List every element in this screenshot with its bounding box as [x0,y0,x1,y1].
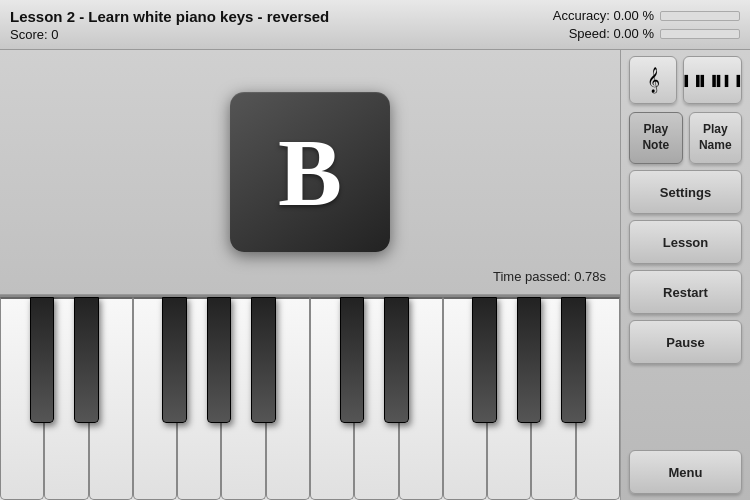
menu-button[interactable]: Menu [629,450,742,494]
pause-button[interactable]: Pause [629,320,742,364]
black-key-cs[interactable] [30,297,55,423]
black-key-ds2[interactable] [384,297,409,423]
time-passed-label: Time passed: [493,269,574,284]
play-name-button[interactable]: PlayName [689,112,743,164]
treble-clef-icon: 𝄞 [647,67,660,93]
black-key-ds[interactable] [74,297,99,423]
speed-row: Speed: 0.00 % [544,26,740,41]
accuracy-row: Accuracy: 0.00 % [544,8,740,23]
lesson-label: Lesson [663,235,709,250]
accuracy-label: Accuracy: 0.00 % [544,8,654,23]
restart-button[interactable]: Restart [629,270,742,314]
note-card: B [230,92,390,252]
left-panel: B Time passed: 0.78s [0,50,620,500]
restart-label: Restart [663,285,708,300]
pause-label: Pause [666,335,704,350]
black-key-as[interactable] [251,297,276,423]
barcode-icon: ▌▐▌▐▌▌▐ [684,75,741,86]
accuracy-bar [660,11,740,21]
header-stats: Accuracy: 0.00 % Speed: 0.00 % [544,8,740,41]
lesson-button[interactable]: Lesson [629,220,742,264]
right-panel: 𝄞 ▌▐▌▐▌▌▐ PlayNote PlayName Settings Les… [620,50,750,500]
settings-button[interactable]: Settings [629,170,742,214]
piano-keys[interactable] [0,297,620,500]
spacer [629,370,742,444]
play-buttons-row: PlayNote PlayName [629,112,742,164]
speed-label: Speed: 0.00 % [544,26,654,41]
time-value: 0.78 [574,269,599,284]
main-area: B Time passed: 0.78s [0,50,750,500]
time-passed-display: Time passed: 0.78s [493,269,606,284]
play-name-label: PlayName [699,122,732,153]
piano-area[interactable] [0,295,620,500]
time-unit: s [600,269,607,284]
black-key-fs[interactable] [162,297,187,423]
black-key-cs2[interactable] [340,297,365,423]
settings-label: Settings [660,185,711,200]
black-key-gs2[interactable] [517,297,542,423]
menu-label: Menu [669,465,703,480]
black-key-as2[interactable] [561,297,586,423]
score-display: Score: 0 [10,27,544,42]
header-left: Lesson 2 - Learn white piano keys - reve… [10,8,544,42]
lesson-title: Lesson 2 - Learn white piano keys - reve… [10,8,544,25]
icon-buttons-row: 𝄞 ▌▐▌▐▌▌▐ [629,56,742,104]
note-letter: B [278,117,342,228]
app-header: Lesson 2 - Learn white piano keys - reve… [0,0,750,50]
black-key-fs2[interactable] [472,297,497,423]
black-key-gs[interactable] [207,297,232,423]
play-note-label: PlayNote [642,122,669,153]
note-display-area: B Time passed: 0.78s [0,50,620,295]
play-note-button[interactable]: PlayNote [629,112,683,164]
treble-clef-button[interactable]: 𝄞 [629,56,677,104]
speed-bar [660,29,740,39]
barcode-button[interactable]: ▌▐▌▐▌▌▐ [683,56,742,104]
